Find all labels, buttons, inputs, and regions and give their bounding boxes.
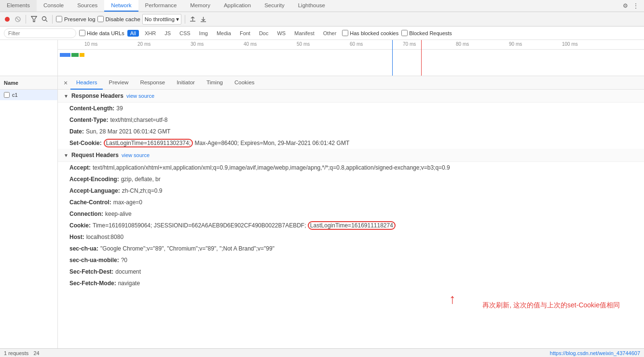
hide-data-urls-checkbox[interactable]: Hide data URLs: [79, 30, 124, 36]
filter-type-manifest[interactable]: Manifest: [291, 30, 317, 37]
header-name-sec-ch-ua: sec-ch-ua:: [69, 244, 98, 253]
tick-90ms: 90 ms: [509, 41, 522, 47]
header-value-accept-encoding: gzip, deflate, br: [121, 175, 161, 184]
row-name: c1: [12, 92, 18, 98]
request-headers-section[interactable]: ▼ Request Headers view source: [58, 149, 644, 162]
export-button[interactable]: [199, 15, 208, 24]
filter-type-font[interactable]: Font: [237, 30, 253, 37]
status-bar: 1 requests 24 https://blog.csdn.net/weix…: [0, 348, 644, 357]
tick-20ms: 20 ms: [137, 41, 151, 47]
header-name-sec-ch-ua-mobile: sec-ch-ua-mobile:: [69, 256, 119, 264]
tick-30ms: 30 ms: [191, 41, 204, 47]
response-headers-label: Response Headers: [71, 93, 123, 99]
filter-type-js[interactable]: JS: [162, 30, 174, 37]
filter-type-media[interactable]: Media: [214, 30, 234, 37]
header-name-content-type: Content-Type:: [69, 116, 108, 124]
header-name-accept: Accept:: [69, 163, 91, 172]
tab-application[interactable]: Application: [217, 0, 258, 12]
response-headers-arrow: ▼: [64, 93, 69, 99]
response-headers-section[interactable]: ▼ Response Headers view source: [58, 90, 644, 103]
name-column-header: Name: [0, 76, 57, 90]
search-icon[interactable]: [40, 15, 49, 24]
tab-memory[interactable]: Memory: [183, 0, 217, 12]
tab-lighthouse[interactable]: Lighthouse: [291, 0, 332, 12]
filter-type-ws[interactable]: WS: [274, 30, 288, 37]
settings-icon[interactable]: ⚙: [620, 0, 630, 11]
separator-1: [26, 15, 26, 24]
tick-80ms: 80 ms: [456, 41, 469, 47]
separator-2: [52, 15, 53, 24]
header-name-sec-fetch-mode: Sec-Fetch-Mode:: [69, 279, 116, 288]
detail-tab-response[interactable]: Response: [134, 76, 171, 90]
row-checkbox[interactable]: [4, 92, 10, 98]
annotation-area: ↑ 再次刷新, 这次的值与上次的set-Cookie值相同: [58, 289, 644, 328]
detail-close-button[interactable]: ×: [61, 78, 70, 88]
filter-input[interactable]: [4, 28, 76, 38]
header-set-cookie: Set-Cookie: LastLoginTime=1616911302374;…: [58, 137, 644, 149]
filter-type-css[interactable]: CSS: [177, 30, 193, 37]
has-blocked-cookies-checkbox[interactable]: Has blocked cookies: [342, 30, 398, 36]
header-cookie: Cookie: Time=1616910859064; JSESSIONID=6…: [58, 220, 644, 231]
network-toolbar: Preserve log Disable cache No throttling…: [0, 12, 644, 26]
throttling-select[interactable]: No throttling ▾: [142, 14, 181, 25]
response-headers-view-source[interactable]: view source: [126, 93, 154, 99]
svg-marker-3: [31, 16, 37, 22]
disable-cache-checkbox[interactable]: Disable cache: [97, 16, 140, 22]
clear-button[interactable]: [14, 15, 22, 24]
detail-tab-initiator[interactable]: Initiator: [171, 76, 201, 90]
header-value-content-type: text/html;charset=utf-8: [110, 116, 167, 124]
tick-50ms: 50 ms: [297, 41, 310, 47]
preserve-log-input[interactable]: [56, 16, 62, 22]
filter-icon[interactable]: [29, 15, 38, 24]
header-value-accept: text/html,application/xhtml+xml,applicat…: [93, 163, 450, 172]
tab-performance[interactable]: Performance: [138, 0, 184, 12]
header-value-sec-ch-ua: "Google Chrome";v="89", "Chromium";v="89…: [100, 244, 274, 253]
detail-tabs-bar: × Headers Preview Response Initiator Tim…: [58, 76, 644, 90]
bar-blue: [60, 53, 70, 57]
filter-type-xhr[interactable]: XHR: [142, 30, 159, 37]
header-cache-control: Cache-Control: max-age=0: [58, 197, 644, 208]
import-button[interactable]: [189, 15, 197, 24]
request-headers-view-source[interactable]: view source: [122, 152, 150, 158]
header-sec-ch-ua-mobile: sec-ch-ua-mobile: ?0: [58, 254, 644, 266]
header-value-accept-language: zh-CN,zh;q=0.9: [122, 186, 163, 195]
tab-network[interactable]: Network: [104, 0, 138, 12]
preserve-log-checkbox[interactable]: Preserve log: [56, 16, 96, 22]
more-icon[interactable]: ⋮: [630, 0, 641, 11]
tab-sources[interactable]: Sources: [70, 0, 104, 12]
filter-type-other[interactable]: Other: [320, 30, 340, 37]
annotation-arrow-icon: ↑: [449, 291, 456, 307]
header-name-date: Date:: [69, 127, 84, 136]
tick-60ms: 60 ms: [350, 41, 363, 47]
header-name-accept-language: Accept-Language:: [69, 186, 120, 195]
header-value-set-cookie: LastLoginTime=1616911302374; Max-Age=864…: [104, 139, 350, 147]
header-name-sec-fetch-dest: Sec-Fetch-Dest:: [69, 267, 113, 276]
tab-bar-actions: ⚙ ⋮: [620, 0, 644, 12]
filter-type-doc[interactable]: Doc: [256, 30, 272, 37]
blocked-requests-checkbox[interactable]: Blocked Requests: [401, 30, 452, 36]
status-url: https://blog.csdn.net/weixin_43744607: [550, 350, 640, 356]
timeline-area: 10 ms 20 ms 30 ms 40 ms 50 ms 60 ms 70 m…: [0, 40, 644, 76]
header-name-cache-control: Cache-Control:: [69, 198, 111, 207]
detail-tab-timing[interactable]: Timing: [201, 76, 229, 90]
detail-tab-cookies[interactable]: Cookies: [229, 76, 260, 90]
network-row-c1[interactable]: c1: [0, 90, 57, 100]
devtools-tab-bar: Elements Console Sources Network Perform…: [0, 0, 644, 12]
timeline-name-column: [0, 40, 58, 76]
detail-tab-headers[interactable]: Headers: [70, 76, 103, 90]
tab-console[interactable]: Console: [37, 0, 70, 12]
header-content-type: Content-Type: text/html;charset=utf-8: [58, 114, 644, 126]
filter-type-all[interactable]: All: [127, 30, 139, 37]
disable-cache-input[interactable]: [97, 16, 104, 22]
record-button[interactable]: [3, 15, 12, 24]
tab-elements[interactable]: Elements: [0, 0, 37, 12]
status-requests: 1 requests: [4, 350, 28, 356]
tick-10ms: 10 ms: [84, 41, 97, 47]
filter-type-img[interactable]: Img: [196, 30, 211, 37]
timeline-main[interactable]: 10 ms 20 ms 30 ms 40 ms 50 ms 60 ms 70 m…: [58, 40, 644, 76]
request-headers-label: Request Headers: [71, 152, 119, 159]
detail-tab-preview[interactable]: Preview: [103, 76, 134, 90]
main-area: Name c1 × Headers Preview Response Initi…: [0, 76, 644, 357]
tab-security[interactable]: Security: [258, 0, 291, 12]
detail-panel: × Headers Preview Response Initiator Tim…: [58, 76, 644, 357]
